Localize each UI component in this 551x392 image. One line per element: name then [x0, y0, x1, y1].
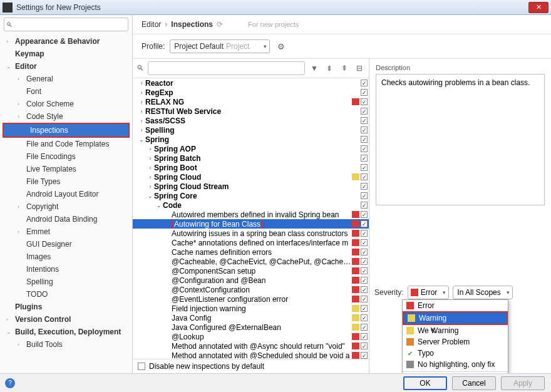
sidebar-item[interactable]: ›Code Style [0, 110, 132, 123]
severity-option[interactable]: Warning [404, 312, 507, 324]
sidebar-item[interactable]: Live Templates [0, 163, 132, 175]
inspection-checkbox[interactable] [361, 249, 368, 255]
inspection-checkbox[interactable] [361, 305, 368, 312]
severity-option[interactable]: Server Problem [403, 336, 508, 348]
inspection-item[interactable]: Cache names definition errors [133, 247, 369, 257]
sidebar-item[interactable]: Spelling [0, 276, 132, 288]
inspection-item[interactable]: ⌄Spring Core [133, 191, 369, 200]
inspection-item[interactable]: Java Config [133, 313, 369, 322]
inspection-item[interactable]: @EventListener configuration error [133, 294, 369, 304]
gear-icon[interactable]: ⚙ [277, 42, 285, 51]
inspection-item[interactable]: ›Spring Boot [133, 163, 369, 172]
sidebar-item[interactable]: ›Color Scheme [0, 98, 132, 110]
sidebar-item[interactable]: ›Emmet [0, 225, 132, 238]
apply-button[interactable]: Apply [501, 376, 545, 390]
inspection-checkbox[interactable] [361, 136, 368, 143]
disable-checkbox[interactable] [138, 363, 145, 370]
ok-button[interactable]: OK [403, 376, 447, 390]
sidebar-item[interactable]: ⌄Build, Execution, Deployment [0, 326, 132, 338]
inspection-checkbox[interactable] [361, 277, 368, 284]
inspection-checkbox[interactable] [361, 126, 368, 133]
severity-option[interactable]: ✔Typo [403, 348, 508, 359]
sidebar-item[interactable]: ›Copyright [0, 200, 132, 213]
inspection-checkbox[interactable] [361, 164, 368, 171]
profile-combo[interactable]: Project Default Project ▾ [170, 39, 270, 53]
inspection-item[interactable]: ›RELAX NG [133, 97, 369, 106]
inspection-checkbox[interactable] [361, 98, 368, 105]
sidebar-item[interactable]: Keymap [0, 48, 132, 60]
sidebar-item[interactable]: Inspections [4, 124, 128, 137]
sidebar-item[interactable]: Android Layout Editor [0, 188, 132, 200]
disable-new-row[interactable]: Disable new inspections by default [133, 359, 369, 373]
sidebar-item[interactable]: File Types [0, 175, 132, 188]
inspection-item[interactable]: ⌄Spring [133, 135, 369, 144]
sidebar-item[interactable]: ›Version Control [0, 313, 132, 326]
inspection-checkbox[interactable] [361, 192, 368, 199]
inspection-item[interactable]: Autowiring issues in a spring bean class… [133, 229, 369, 238]
inspection-item[interactable]: ›RegExp [133, 88, 369, 97]
inspection-checkbox[interactable] [361, 155, 368, 162]
inspection-checkbox[interactable] [361, 183, 368, 190]
inspection-item[interactable]: ›Spring AOP [133, 144, 369, 153]
sidebar-item[interactable]: ›Build Tools [0, 338, 132, 351]
severity-option[interactable]: We Warning↖ [403, 325, 508, 336]
sidebar-item[interactable]: TODO [0, 288, 132, 301]
toggle-icon[interactable]: ⊟ [354, 64, 365, 73]
inspection-item[interactable]: ›Sass/SCSS [133, 116, 369, 125]
inspection-item[interactable]: ›Spring Cloud [133, 172, 369, 182]
close-button[interactable]: ✕ [528, 2, 548, 13]
severity-option[interactable]: No highlighting, only fix [403, 359, 508, 370]
inspection-checkbox[interactable] [361, 80, 368, 86]
severity-option[interactable]: Error [403, 300, 508, 311]
inspection-checkbox[interactable] [361, 202, 368, 209]
inspection-checkbox[interactable] [361, 108, 368, 115]
inspection-checkbox[interactable] [361, 343, 368, 349]
inspection-checkbox[interactable] [361, 230, 368, 237]
scope-combo[interactable]: In All Scopes ▾ [453, 286, 512, 299]
reset-icon[interactable]: ⟳ [217, 20, 223, 29]
inspection-checkbox[interactable] [361, 352, 368, 359]
sidebar-item[interactable]: File and Code Templates [0, 138, 132, 150]
sidebar-item[interactable]: ›Appearance & Behavior [0, 35, 132, 48]
sidebar-item[interactable]: ⌄Editor [0, 60, 132, 73]
inspection-checkbox[interactable] [361, 239, 368, 246]
sidebar-item[interactable]: Intentions [0, 263, 132, 276]
inspection-item[interactable]: Method annotated with @Async should retu… [133, 341, 369, 351]
inspection-item[interactable]: Autowiring for Bean Class [133, 219, 369, 229]
inspection-checkbox[interactable] [361, 117, 368, 124]
inspection-item[interactable]: ›Spring Batch [133, 153, 369, 163]
inspection-item[interactable]: @Cacheable, @CacheEvict, @CachePut, @Cac… [133, 257, 369, 266]
inspection-item[interactable]: ›RESTful Web Service [133, 106, 369, 116]
inspection-checkbox[interactable] [361, 258, 368, 265]
inspection-checkbox[interactable] [361, 333, 368, 340]
inspection-item[interactable]: ›Reactor [133, 78, 369, 88]
inspection-checkbox[interactable] [361, 286, 368, 293]
filter-icon[interactable]: ▼ [309, 64, 320, 73]
inspection-item[interactable]: Java Configured @ExternalBean [133, 322, 369, 332]
inspection-checkbox[interactable] [361, 314, 368, 321]
inspection-item[interactable]: Method annotated with @Scheduled should … [133, 351, 369, 359]
severity-combo[interactable]: Error ▾ [408, 286, 450, 299]
inspection-item[interactable]: @ComponentScan setup [133, 266, 369, 276]
inspection-checkbox[interactable] [361, 220, 368, 227]
inspection-search-input[interactable] [148, 61, 305, 75]
help-icon[interactable]: ? [5, 378, 15, 388]
inspection-checkbox[interactable] [361, 296, 368, 302]
inspection-item[interactable]: ›Spelling [133, 125, 369, 135]
severity-dropdown[interactable]: ErrorWarningWe Warning↖Server Problem✔Ty… [402, 299, 508, 373]
sidebar-item[interactable]: ›General [0, 73, 132, 85]
inspection-item[interactable]: @Configuration and @Bean [133, 276, 369, 285]
inspection-item[interactable]: @Lookup [133, 332, 369, 341]
inspection-checkbox[interactable] [361, 324, 368, 331]
breadcrumb-root[interactable]: Editor [142, 20, 161, 29]
sidebar-item[interactable]: Font [0, 85, 132, 98]
sidebar-search-input[interactable] [4, 18, 128, 31]
sidebar-item[interactable]: GUI Designer [0, 238, 132, 250]
inspection-item[interactable]: Field injection warning [133, 304, 369, 313]
inspection-checkbox[interactable] [361, 267, 368, 274]
collapse-all-icon[interactable]: ⇞ [339, 64, 350, 73]
inspection-item[interactable]: ⌄Code [133, 200, 369, 210]
inspection-item[interactable]: ›Spring Cloud Stream [133, 182, 369, 191]
expand-all-icon[interactable]: ⇟ [324, 64, 335, 73]
cancel-button[interactable]: Cancel [452, 376, 496, 390]
